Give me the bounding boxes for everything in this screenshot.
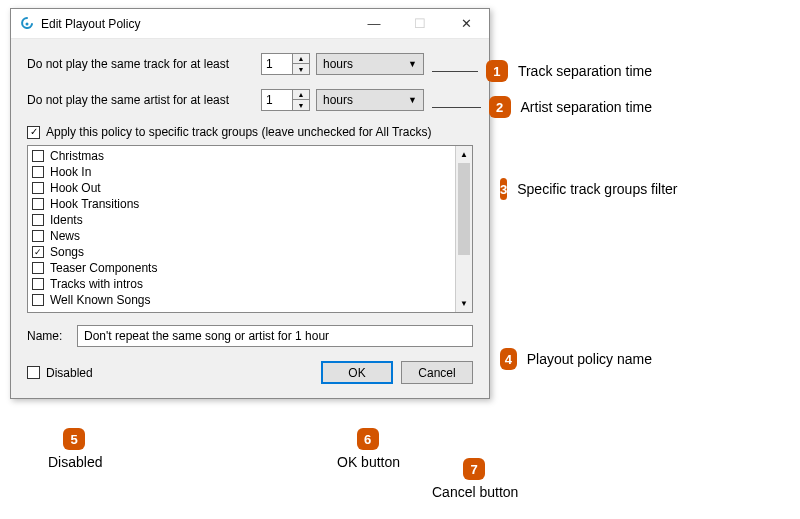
group-item-label: Well Known Songs bbox=[50, 293, 151, 307]
track-unit-value: hours bbox=[323, 57, 353, 71]
group-item[interactable]: Christmas bbox=[32, 148, 451, 164]
scroll-thumb[interactable] bbox=[458, 163, 470, 255]
callout-6: 6 OK button bbox=[335, 396, 400, 470]
dialog-body: Do not play the same track for at least … bbox=[11, 39, 489, 398]
chevron-down-icon: ▼ bbox=[408, 59, 417, 69]
apply-groups-checkbox[interactable]: ✓ bbox=[27, 126, 40, 139]
group-item[interactable]: Well Known Songs bbox=[32, 292, 451, 308]
scrollbar[interactable]: ▲ ▼ bbox=[455, 146, 472, 312]
group-item-label: Teaser Components bbox=[50, 261, 157, 275]
group-item[interactable]: ✓Songs bbox=[32, 244, 451, 260]
group-item[interactable]: Teaser Components bbox=[32, 260, 451, 276]
callout-badge: 6 bbox=[357, 428, 379, 450]
track-groups-list: ChristmasHook InHook OutHook Transitions… bbox=[28, 146, 455, 312]
group-item-checkbox[interactable] bbox=[32, 150, 44, 162]
callout-7: 7 Cancel button bbox=[430, 396, 518, 500]
artist-separation-spinner[interactable]: ▲ ▼ bbox=[261, 89, 310, 111]
callout-5: 5 Disabled bbox=[46, 396, 102, 470]
callout-badge: 1 bbox=[486, 60, 508, 82]
callout-badge: 3 bbox=[500, 178, 507, 200]
group-item-label: Hook Out bbox=[50, 181, 101, 195]
track-separation-spinner[interactable]: ▲ ▼ bbox=[261, 53, 310, 75]
group-item-checkbox[interactable] bbox=[32, 182, 44, 194]
group-item[interactable]: News bbox=[32, 228, 451, 244]
track-separation-label: Do not play the same track for at least bbox=[27, 57, 261, 71]
callout-badge: 7 bbox=[463, 458, 485, 480]
spin-down-icon[interactable]: ▼ bbox=[293, 64, 309, 74]
track-separation-value[interactable] bbox=[262, 54, 292, 74]
scroll-up-icon[interactable]: ▲ bbox=[456, 146, 472, 163]
callout-badge: 5 bbox=[63, 428, 85, 450]
policy-name-input[interactable] bbox=[77, 325, 473, 347]
window-title: Edit Playout Policy bbox=[41, 17, 351, 31]
track-groups-listbox[interactable]: ChristmasHook InHook OutHook Transitions… bbox=[27, 145, 473, 313]
artist-separation-value[interactable] bbox=[262, 90, 292, 110]
group-item-label: Idents bbox=[50, 213, 83, 227]
group-item-checkbox[interactable]: ✓ bbox=[32, 246, 44, 258]
disabled-checkbox[interactable] bbox=[27, 366, 40, 379]
artist-spin-buttons[interactable]: ▲ ▼ bbox=[292, 90, 309, 110]
apply-groups-row: ✓ Apply this policy to specific track gr… bbox=[27, 125, 473, 139]
group-item-label: Songs bbox=[50, 245, 84, 259]
group-item[interactable]: Hook Transitions bbox=[32, 196, 451, 212]
track-separation-row: Do not play the same track for at least … bbox=[27, 53, 473, 75]
artist-separation-label: Do not play the same artist for at least bbox=[27, 93, 261, 107]
chevron-down-icon: ▼ bbox=[408, 95, 417, 105]
titlebar: Edit Playout Policy — ☐ ✕ bbox=[11, 9, 489, 39]
callout-label: Playout policy name bbox=[527, 351, 652, 367]
artist-unit-value: hours bbox=[323, 93, 353, 107]
group-item-label: Hook In bbox=[50, 165, 91, 179]
name-row: Name: bbox=[27, 325, 473, 347]
callout-label: OK button bbox=[337, 454, 400, 470]
callout-label: Disabled bbox=[48, 454, 102, 470]
callout-label: Specific track groups filter bbox=[517, 181, 677, 197]
group-item[interactable]: Hook In bbox=[32, 164, 451, 180]
group-item-label: Tracks with intros bbox=[50, 277, 143, 291]
group-item[interactable]: Hook Out bbox=[32, 180, 451, 196]
group-item-checkbox[interactable] bbox=[32, 166, 44, 178]
group-item[interactable]: Tracks with intros bbox=[32, 276, 451, 292]
scroll-down-icon[interactable]: ▼ bbox=[456, 295, 472, 312]
group-item-checkbox[interactable] bbox=[32, 230, 44, 242]
spin-down-icon[interactable]: ▼ bbox=[293, 100, 309, 110]
callout-badge: 4 bbox=[500, 348, 517, 370]
group-item[interactable]: Idents bbox=[32, 212, 451, 228]
scroll-track[interactable] bbox=[456, 163, 472, 295]
maximize-button: ☐ bbox=[397, 9, 443, 39]
callout-badge: 2 bbox=[489, 96, 511, 118]
group-item-label: Christmas bbox=[50, 149, 104, 163]
disabled-label: Disabled bbox=[46, 366, 93, 380]
callout-2: 2 Artist separation time bbox=[432, 96, 652, 118]
group-item-checkbox[interactable] bbox=[32, 214, 44, 226]
callout-1: 1 Track separation time bbox=[432, 60, 652, 82]
callout-3: 3 Specific track groups filter bbox=[492, 178, 652, 200]
close-button[interactable]: ✕ bbox=[443, 9, 489, 39]
group-item-label: News bbox=[50, 229, 80, 243]
group-item-checkbox[interactable] bbox=[32, 262, 44, 274]
spin-up-icon[interactable]: ▲ bbox=[293, 54, 309, 64]
svg-point-0 bbox=[26, 22, 29, 25]
group-item-checkbox[interactable] bbox=[32, 294, 44, 306]
group-item-checkbox[interactable] bbox=[32, 198, 44, 210]
name-label: Name: bbox=[27, 329, 77, 343]
callout-label: Artist separation time bbox=[521, 99, 653, 115]
callout-4: 4 Playout policy name bbox=[492, 348, 652, 370]
spin-up-icon[interactable]: ▲ bbox=[293, 90, 309, 100]
bottom-row: Disabled OK Cancel bbox=[27, 361, 473, 384]
callout-label: Track separation time bbox=[518, 63, 652, 79]
edit-playout-policy-dialog: Edit Playout Policy — ☐ ✕ Do not play th… bbox=[10, 8, 490, 399]
group-item-label: Hook Transitions bbox=[50, 197, 139, 211]
track-spin-buttons[interactable]: ▲ ▼ bbox=[292, 54, 309, 74]
artist-separation-row: Do not play the same artist for at least… bbox=[27, 89, 473, 111]
apply-groups-label: Apply this policy to specific track grou… bbox=[46, 125, 432, 139]
ok-button[interactable]: OK bbox=[321, 361, 393, 384]
artist-unit-select[interactable]: hours ▼ bbox=[316, 89, 424, 111]
cancel-button[interactable]: Cancel bbox=[401, 361, 473, 384]
app-icon bbox=[19, 16, 35, 32]
callout-label: Cancel button bbox=[432, 484, 518, 500]
minimize-button[interactable]: — bbox=[351, 9, 397, 39]
group-item-checkbox[interactable] bbox=[32, 278, 44, 290]
track-unit-select[interactable]: hours ▼ bbox=[316, 53, 424, 75]
